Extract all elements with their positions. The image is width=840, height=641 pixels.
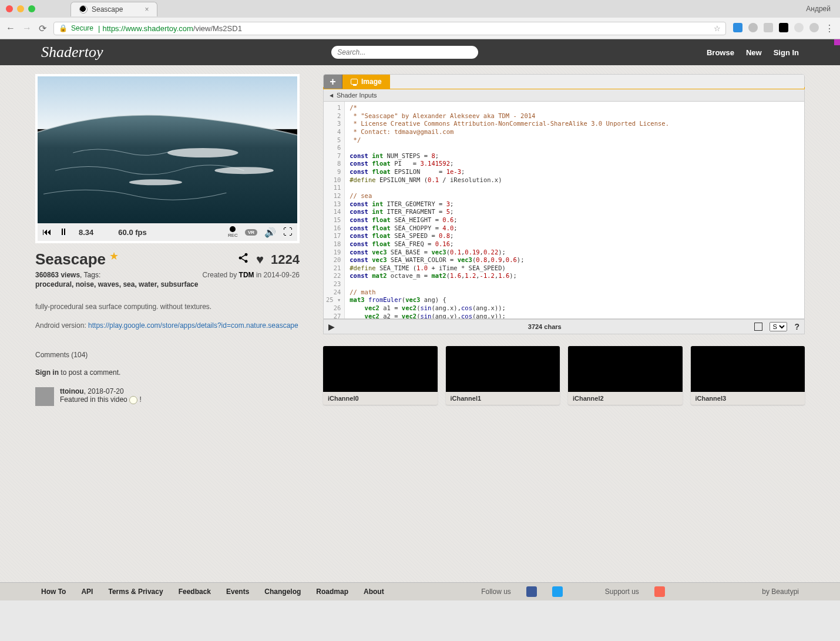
- footer-credit: by Beautypi: [762, 588, 799, 596]
- site-header: Shadertoy Browse New Sign In: [0, 39, 840, 65]
- comments-header: Comments (104): [35, 351, 300, 359]
- footer-link[interactable]: Events: [226, 588, 249, 596]
- favorite-star-icon[interactable]: ★: [109, 250, 119, 263]
- channel-0[interactable]: iChannel0: [323, 346, 438, 405]
- tab-close-icon[interactable]: ×: [145, 5, 149, 14]
- monitor-icon: [351, 79, 358, 85]
- extension-icon[interactable]: [748, 23, 758, 32]
- record-button[interactable]: REC: [228, 226, 238, 238]
- reload-button[interactable]: ⟳: [39, 23, 46, 34]
- forward-button[interactable]: →: [22, 23, 32, 33]
- url-host: https://www.shadertoy.com: [102, 24, 193, 33]
- window-controls[interactable]: [6, 5, 35, 12]
- footer-link[interactable]: About: [364, 588, 384, 596]
- minimize-window-icon[interactable]: [17, 5, 24, 12]
- line-gutter: 1 2 3 4 5 6 7 8 9 10 11 12 13 14 15 16 1…: [324, 102, 345, 318]
- fullscreen-button[interactable]: ⛶: [283, 227, 293, 237]
- bookmark-star-icon[interactable]: ☆: [714, 24, 721, 33]
- patreon-icon[interactable]: [654, 586, 665, 597]
- nav-signin[interactable]: Sign In: [774, 48, 799, 57]
- code-body[interactable]: /* * "Seascape" by Alexander Alekseev ak…: [345, 102, 804, 318]
- preview-canvas[interactable]: [38, 76, 297, 223]
- pause-button[interactable]: ⏸: [59, 227, 68, 237]
- header-nav: Browse New Sign In: [707, 48, 799, 57]
- search-box: [331, 46, 478, 59]
- maximize-window-icon[interactable]: [28, 5, 35, 12]
- description: fully-procedural sea surface computing. …: [35, 301, 300, 331]
- editor-fullscreen-icon[interactable]: [754, 323, 762, 331]
- vr-button[interactable]: VR: [245, 229, 257, 236]
- preview-time: 8.34: [79, 228, 93, 237]
- comment-body: Featured in this video !: [60, 395, 142, 404]
- desc-line: Android version: https://play.google.com…: [35, 320, 300, 331]
- author-link[interactable]: TDM: [239, 271, 254, 279]
- twitter-icon[interactable]: [552, 586, 563, 597]
- channel-3[interactable]: iChannel3: [691, 346, 805, 405]
- site-logo[interactable]: Shadertoy: [41, 43, 103, 61]
- shader-inputs-toggle[interactable]: ◀Shader Inputs: [323, 89, 805, 102]
- meta-row: 360863 views, Tags: Created by TDM in 20…: [35, 271, 300, 279]
- browser-toolbar: ← → ⟳ 🔒 Secure | https://www.shadertoy.c…: [0, 18, 840, 39]
- browser-profile[interactable]: Андрей: [806, 5, 834, 13]
- back-button[interactable]: ←: [6, 23, 15, 33]
- android-link[interactable]: https://play.google.com/store/apps/detai…: [88, 321, 298, 330]
- svg-point-1: [167, 148, 238, 157]
- secure-label: Secure: [71, 24, 93, 32]
- extension-icon[interactable]: [779, 23, 788, 32]
- footer-link[interactable]: Feedback: [179, 588, 211, 596]
- extension-icon[interactable]: [733, 23, 742, 32]
- browser-chrome: Seascape × Андрей ← → ⟳ 🔒 Secure | https…: [0, 0, 840, 39]
- nav-browse[interactable]: Browse: [707, 48, 734, 57]
- channel-2[interactable]: iChannel2: [568, 346, 683, 405]
- rewind-button[interactable]: ⏮: [42, 227, 52, 237]
- extension-icon[interactable]: [794, 23, 804, 32]
- desc-line: fully-procedural sea surface computing. …: [35, 301, 300, 312]
- site-footer: How To API Terms & Privacy Feedback Even…: [0, 582, 840, 600]
- browser-tab[interactable]: Seascape ×: [70, 2, 157, 16]
- svg-point-3: [129, 179, 182, 185]
- channel-1[interactable]: iChannel1: [446, 346, 560, 405]
- svg-point-2: [214, 167, 273, 174]
- triangle-left-icon: ◀: [330, 93, 333, 98]
- avatar[interactable]: [35, 387, 54, 406]
- like-heart-icon[interactable]: ♥: [256, 252, 264, 267]
- comment-user[interactable]: ttoinou: [60, 387, 84, 395]
- signin-prompt: Sign in to post a comment.: [35, 368, 300, 377]
- compile-button[interactable]: ▶: [328, 322, 335, 331]
- like-count: 1224: [271, 252, 300, 267]
- search-input[interactable]: [331, 46, 478, 59]
- char-count: 3724 chars: [528, 323, 562, 330]
- smiley-icon: [129, 396, 137, 404]
- extension-icon[interactable]: [764, 23, 773, 32]
- extension-icon[interactable]: [809, 23, 819, 32]
- close-window-icon[interactable]: [6, 5, 13, 12]
- footer-link[interactable]: Roadmap: [316, 588, 348, 596]
- facebook-icon[interactable]: [526, 586, 537, 597]
- footer-link[interactable]: API: [81, 588, 93, 596]
- share-icon[interactable]: [237, 252, 249, 267]
- add-tab-button[interactable]: +: [324, 75, 342, 89]
- footer-link[interactable]: Terms & Privacy: [108, 588, 163, 596]
- code-editor[interactable]: 1 2 3 4 5 6 7 8 9 10 11 12 13 14 15 16 1…: [323, 102, 805, 319]
- browser-menu-icon[interactable]: ⋮: [825, 23, 834, 34]
- signin-link[interactable]: Sign in: [35, 368, 59, 377]
- page-content: ⏮ ⏸ 8.34 60.0 fps REC VR 🔊 ⛶ Seascape ★ …: [0, 65, 840, 582]
- tab-image[interactable]: Image: [342, 75, 390, 89]
- address-bar[interactable]: 🔒 Secure | https://www.shadertoy.com/vie…: [53, 22, 726, 35]
- left-column: ⏮ ⏸ 8.34 60.0 fps REC VR 🔊 ⛶ Seascape ★ …: [35, 74, 300, 582]
- right-column: + Image ◀Shader Inputs 1 2 3 4 5 6 7 8 9…: [323, 74, 805, 582]
- view-count: 360863 views, Tags:: [35, 271, 100, 279]
- help-button[interactable]: ?: [794, 322, 799, 331]
- preview-controls: ⏮ ⏸ 8.34 60.0 fps REC VR 🔊 ⛶: [38, 223, 297, 241]
- preview-fps: 60.0 fps: [118, 228, 146, 237]
- nav-new[interactable]: New: [746, 48, 762, 57]
- extension-icons: ⋮: [733, 23, 834, 34]
- comment: ttoinou, 2018-07-20 Featured in this vid…: [35, 387, 300, 406]
- url-path: /view/Ms2SD1: [193, 24, 242, 33]
- footer-link[interactable]: How To: [41, 588, 66, 596]
- footer-link[interactable]: Changelog: [264, 588, 301, 596]
- created-by: Created by TDM in 2014-09-26: [203, 271, 300, 279]
- size-select[interactable]: S: [770, 322, 787, 331]
- volume-button[interactable]: 🔊: [264, 227, 276, 238]
- corner-indicator: [834, 39, 840, 45]
